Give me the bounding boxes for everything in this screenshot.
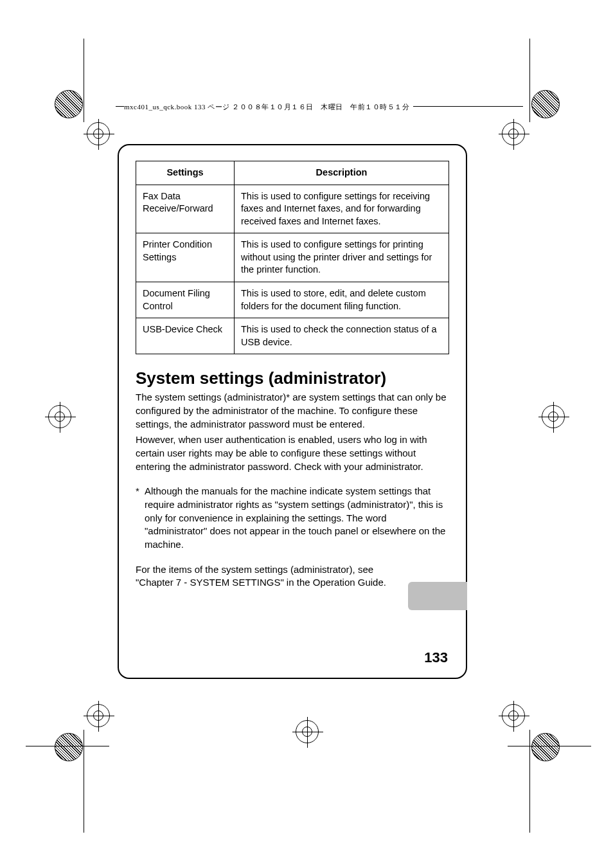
reference-line: For the items of the system settings (ad… (136, 563, 449, 577)
table-row: Fax Data Receive/Forward This is used to… (136, 185, 449, 233)
registration-mark-icon (502, 122, 525, 145)
setting-name: USB-Device Check (136, 318, 235, 354)
settings-table: Settings Description Fax Data Receive/Fo… (136, 161, 449, 354)
crop-line (84, 730, 84, 833)
footnote: * Although the manuals for the machine i… (136, 485, 449, 551)
table-row: Printer Condition Settings This is used … (136, 233, 449, 282)
crop-line (529, 39, 530, 122)
crop-line (529, 730, 530, 833)
section-heading: System settings (administrator) (136, 368, 449, 388)
body-paragraph: The system settings (administrator)* are… (136, 391, 449, 431)
section-tab (408, 582, 467, 610)
crop-ball-bottom-right (531, 733, 560, 761)
page-number: 133 (424, 649, 448, 666)
registration-mark-icon (502, 704, 525, 727)
body-paragraph: However, when user authentication is ena… (136, 433, 449, 473)
crop-line (84, 39, 84, 122)
crop-ball-bottom-left (55, 733, 83, 761)
setting-desc: This is used to check the connection sta… (235, 318, 449, 354)
table-head-row: Settings Description (136, 161, 449, 185)
setting-name: Fax Data Receive/Forward (136, 185, 235, 233)
setting-desc: This is used to store, edit, and delete … (235, 282, 449, 318)
col-header-settings: Settings (136, 161, 235, 185)
setting-desc: This is used to configure settings for p… (235, 233, 449, 282)
crop-ball-top-left (55, 90, 83, 118)
registration-mark-icon (542, 405, 565, 428)
crop-ball-top-right (531, 90, 560, 118)
footnote-text: Although the manuals for the machine ind… (145, 485, 449, 551)
reference-paragraph: For the items of the system settings (ad… (136, 563, 449, 590)
setting-name: Document Filing Control (136, 282, 235, 318)
registration-mark-icon (48, 405, 71, 428)
col-header-description: Description (235, 161, 449, 185)
setting-desc: This is used to configure settings for r… (235, 185, 449, 233)
reference-line: "Chapter 7 - SYSTEM SETTINGS" in the Ope… (136, 576, 449, 590)
page-frame: Settings Description Fax Data Receive/Fo… (118, 144, 467, 679)
setting-name: Printer Condition Settings (136, 233, 235, 282)
registration-mark-icon (87, 704, 110, 727)
registration-mark-icon (296, 720, 319, 743)
header-running-text: mxc401_us_qck.book 133 ページ ２００８年１０月１６日 木… (124, 102, 413, 112)
crop-line (26, 746, 109, 746)
crop-line (508, 746, 591, 746)
footnote-marker: * (136, 485, 145, 551)
table-row: USB-Device Check This is used to check t… (136, 318, 449, 354)
table-row: Document Filing Control This is used to … (136, 282, 449, 318)
registration-mark-icon (87, 122, 110, 145)
